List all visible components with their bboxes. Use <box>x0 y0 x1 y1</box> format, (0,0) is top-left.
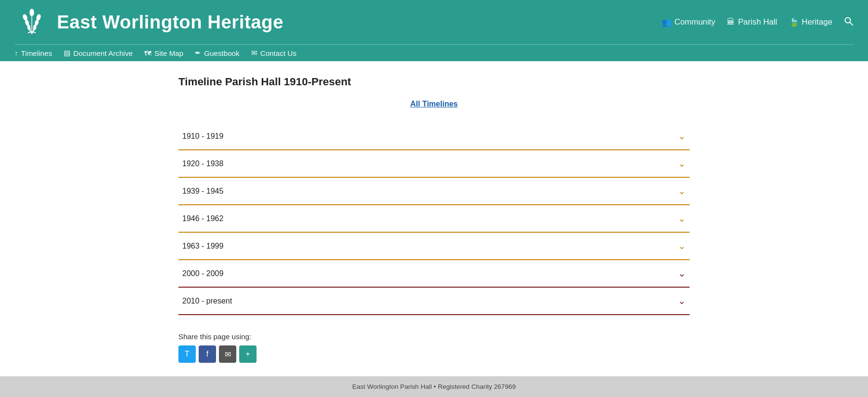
nav-guestbook[interactable]: ✒ Guestbook <box>195 49 239 57</box>
community-icon: 👥 <box>662 17 672 27</box>
accordion-header-acc-1946[interactable]: 1946 - 1962⌄ <box>178 205 690 232</box>
accordion-label: 1910 - 1919 <box>182 132 223 141</box>
accordion-label: 2010 - present <box>182 297 232 305</box>
chevron-down-icon: ⌄ <box>678 131 686 142</box>
accordion-header-acc-2010[interactable]: 2010 - present⌄ <box>178 288 690 314</box>
chevron-down-icon: ⌄ <box>678 295 686 306</box>
pen-icon: ✒ <box>195 49 201 57</box>
share-more-button[interactable]: + <box>239 345 257 363</box>
nav-site-map[interactable]: 🗺 Site Map <box>144 49 183 57</box>
accordion-label: 2000 - 2009 <box>182 269 223 278</box>
svg-point-12 <box>35 20 39 26</box>
leaf-icon: 🍃 <box>789 17 799 27</box>
accordion-item: 1920 - 1938⌄ <box>178 150 690 178</box>
page-title: Timeline Parish Hall 1910-Present <box>178 76 690 88</box>
site-title: East Worlington Heritage <box>57 12 284 33</box>
nav-document-archive[interactable]: ▤ Document Archive <box>64 49 133 57</box>
accordion-label: 1939 - 1945 <box>182 187 223 196</box>
svg-point-9 <box>23 14 28 21</box>
chevron-down-icon: ⌄ <box>678 268 686 279</box>
accordion-label: 1946 - 1962 <box>182 214 223 223</box>
svg-point-13 <box>27 25 31 30</box>
accordion-item: 1910 - 1919⌄ <box>178 123 690 150</box>
accordion-header-acc-1920[interactable]: 1920 - 1938⌄ <box>178 150 690 177</box>
chevron-down-icon: ⌄ <box>678 213 686 224</box>
share-label: Share this page using: <box>178 332 690 341</box>
share-facebook-button[interactable]: f <box>199 345 216 363</box>
accordion-label: 1963 - 1999 <box>182 242 223 251</box>
share-twitter-button[interactable]: T <box>178 345 196 363</box>
building-icon: 🏛 <box>727 17 735 27</box>
accordion-header-acc-1939[interactable]: 1939 - 1945⌄ <box>178 178 690 204</box>
accordion-label: 1920 - 1938 <box>182 159 223 168</box>
share-buttons: T f ✉ + <box>178 345 690 363</box>
footer-text: East Worlington Parish Hall • Registered… <box>352 383 515 390</box>
share-section: Share this page using: T f ✉ + <box>178 332 690 363</box>
document-icon: ▤ <box>64 49 70 57</box>
svg-point-8 <box>30 9 34 16</box>
site-footer: East Worlington Parish Hall • Registered… <box>0 376 868 397</box>
header-nav-right: 👥 Community 🏛 Parish Hall 🍃 Heritage <box>662 16 854 28</box>
svg-point-11 <box>25 20 29 26</box>
chevron-down-icon: ⌄ <box>678 240 686 251</box>
chevron-down-icon: ⌄ <box>678 158 686 169</box>
accordion-item: 2000 - 2009⌄ <box>178 260 690 288</box>
nav-timelines[interactable]: ↑ Timelines <box>14 49 52 57</box>
site-logo <box>14 5 49 40</box>
site-header: East Worlington Heritage 👥 Community 🏛 P… <box>0 0 868 61</box>
nav-parish-hall[interactable]: 🏛 Parish Hall <box>727 17 777 27</box>
main-content: Timeline Parish Hall 1910-Present All Ti… <box>169 61 699 382</box>
accordion-container: 1910 - 1919⌄1920 - 1938⌄1939 - 1945⌄1946… <box>178 123 690 315</box>
search-button[interactable] <box>844 16 854 28</box>
nav-community[interactable]: 👥 Community <box>662 17 716 27</box>
share-email-button[interactable]: ✉ <box>219 345 236 363</box>
svg-point-10 <box>36 14 41 21</box>
all-timelines-link-container: All Timelines <box>178 100 690 108</box>
accordion-header-acc-1910[interactable]: 1910 - 1919⌄ <box>178 123 690 149</box>
accordion-item: 1963 - 1999⌄ <box>178 233 690 260</box>
header-top: East Worlington Heritage 👥 Community 🏛 P… <box>14 0 854 44</box>
nav-contact-us[interactable]: ✉ Contact Us <box>251 49 297 57</box>
nav-heritage[interactable]: 🍃 Heritage <box>789 17 832 27</box>
svg-point-14 <box>33 25 37 30</box>
accordion-header-acc-1963[interactable]: 1963 - 1999⌄ <box>178 233 690 259</box>
all-timelines-link[interactable]: All Timelines <box>410 100 458 108</box>
contact-icon: ✉ <box>251 49 258 57</box>
map-icon: 🗺 <box>144 49 151 57</box>
accordion-item: 2010 - present⌄ <box>178 288 690 315</box>
accordion-item: 1946 - 1962⌄ <box>178 205 690 233</box>
up-arrow-icon: ↑ <box>14 49 18 57</box>
logo-area: East Worlington Heritage <box>14 5 284 40</box>
chevron-down-icon: ⌄ <box>678 185 686 197</box>
accordion-header-acc-2000[interactable]: 2000 - 2009⌄ <box>178 260 690 287</box>
accordion-item: 1939 - 1945⌄ <box>178 178 690 205</box>
header-bottom: ↑ Timelines ▤ Document Archive 🗺 Site Ma… <box>14 44 854 61</box>
svg-line-16 <box>850 22 853 25</box>
